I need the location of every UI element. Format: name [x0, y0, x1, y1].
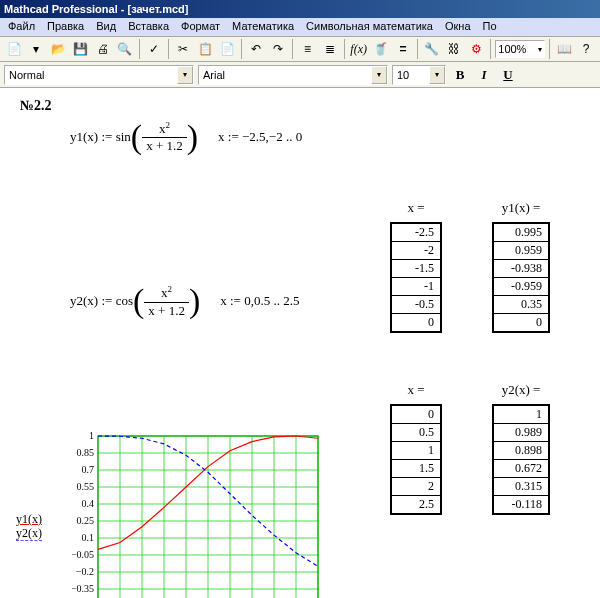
redo-icon[interactable]: ↷: [268, 38, 288, 60]
menubar: Файл Правка Вид Вставка Формат Математик…: [0, 18, 600, 36]
table-4: 1 0.989 0.898 0.672 0.315 -0.118: [492, 404, 550, 515]
help-icon[interactable]: 📖: [554, 38, 574, 60]
component-icon[interactable]: 🔧: [422, 38, 442, 60]
range-2[interactable]: x := 0,0.5 .. 2.5: [220, 293, 299, 309]
cell: 0.315: [493, 478, 549, 496]
cell: -1.5: [391, 260, 441, 278]
cell: -1: [391, 278, 441, 296]
cell: 0.898: [493, 442, 549, 460]
print-icon[interactable]: 🖨: [93, 38, 113, 60]
style-dropdown[interactable]: Normal: [4, 65, 194, 85]
fx-icon[interactable]: f(x): [349, 38, 369, 60]
main-toolbar: 📄 ▾ 📂 💾 🖨 🔍 ✓ ✂ 📋 📄 ↶ ↷ ≡ ≣ f(x) 🥤 = 🔧 ⛓…: [0, 36, 600, 62]
new-icon[interactable]: 📄: [4, 38, 24, 60]
tables-2: x = 0 0.5 1 1.5 2 2.5 y2(x) = 1 0.989 0.…: [390, 382, 550, 515]
svg-text:0.7: 0.7: [82, 464, 95, 475]
calc-icon[interactable]: =: [393, 38, 413, 60]
svg-text:0.85: 0.85: [77, 447, 95, 458]
equation-1[interactable]: y1(x) := sin(x2x + 1.2) x := −2.5,−2 .. …: [70, 120, 580, 154]
cut-icon[interactable]: ✂: [173, 38, 193, 60]
dropdown-icon[interactable]: ▾: [26, 38, 46, 60]
cell: 1: [391, 442, 441, 460]
cell: 0.5: [391, 424, 441, 442]
cell: 0.672: [493, 460, 549, 478]
cell: -2: [391, 242, 441, 260]
table-1: -2.5 -2 -1.5 -1 -0.5 0: [390, 222, 442, 333]
table-3-header: x =: [390, 382, 442, 398]
undo-icon[interactable]: ↶: [246, 38, 266, 60]
resource-icon[interactable]: ⚙: [466, 38, 486, 60]
menu-view[interactable]: Вид: [90, 18, 122, 36]
separator: [241, 39, 242, 59]
cell: -0.959: [493, 278, 549, 296]
svg-text:0.1: 0.1: [82, 532, 95, 543]
svg-text:−0.2: −0.2: [76, 566, 94, 577]
zoom-dropdown[interactable]: 100%: [495, 40, 545, 58]
separator: [344, 39, 345, 59]
cell: 0.995: [493, 223, 549, 242]
cell: 0: [391, 314, 441, 333]
svg-text:0.55: 0.55: [77, 481, 95, 492]
cell: -2.5: [391, 223, 441, 242]
plot-y-legend: y1(x) y2(x): [16, 512, 42, 541]
hyperlink-icon[interactable]: ⛓: [444, 38, 464, 60]
cell: -0.118: [493, 496, 549, 515]
cell: 1: [493, 405, 549, 424]
separator: [490, 39, 491, 59]
copy-icon[interactable]: 📋: [195, 38, 215, 60]
cell: 0.989: [493, 424, 549, 442]
cell: 1.5: [391, 460, 441, 478]
context-help-icon[interactable]: ?: [576, 38, 596, 60]
spellcheck-icon[interactable]: ✓: [144, 38, 164, 60]
svg-text:0.4: 0.4: [82, 498, 95, 509]
align2-icon[interactable]: ≣: [320, 38, 340, 60]
bold-button[interactable]: B: [450, 65, 470, 85]
xy-plot[interactable]: y1(x) y2(x) x 00.30.60.91.21.51.82.12.42…: [42, 432, 332, 598]
svg-text:0.25: 0.25: [77, 515, 95, 526]
table-2-header: y1(x) =: [492, 200, 550, 216]
paste-icon[interactable]: 📄: [217, 38, 237, 60]
menu-edit[interactable]: Правка: [41, 18, 90, 36]
svg-text:1: 1: [89, 432, 94, 441]
separator: [292, 39, 293, 59]
cell: 0.959: [493, 242, 549, 260]
table-1-header: x =: [390, 200, 442, 216]
menu-insert[interactable]: Вставка: [122, 18, 175, 36]
svg-text:−0.05: −0.05: [72, 549, 94, 560]
menu-math[interactable]: Математика: [226, 18, 300, 36]
plot-svg: 00.30.60.91.21.51.82.12.42.7310.850.70.5…: [72, 432, 322, 598]
table-3: 0 0.5 1 1.5 2 2.5: [390, 404, 442, 515]
table-2: 0.995 0.959 -0.938 -0.959 0.35 0: [492, 222, 550, 333]
menu-format[interactable]: Формат: [175, 18, 226, 36]
menu-file[interactable]: Файл: [2, 18, 41, 36]
cell: -0.938: [493, 260, 549, 278]
fontsize-dropdown[interactable]: 10: [392, 65, 446, 85]
cell: 2: [391, 478, 441, 496]
menu-help[interactable]: По: [477, 18, 503, 36]
units-icon[interactable]: 🥤: [371, 38, 391, 60]
preview-icon[interactable]: 🔍: [115, 38, 135, 60]
menu-symbolic[interactable]: Символьная математика: [300, 18, 439, 36]
separator: [549, 39, 550, 59]
italic-button[interactable]: I: [474, 65, 494, 85]
font-dropdown[interactable]: Arial: [198, 65, 388, 85]
open-icon[interactable]: 📂: [48, 38, 68, 60]
tables-1: x = -2.5 -2 -1.5 -1 -0.5 0 y1(x) = 0.995…: [390, 200, 550, 333]
menu-windows[interactable]: Окна: [439, 18, 477, 36]
document-area: №2.2 y1(x) := sin(x2x + 1.2) x := −2.5,−…: [0, 88, 600, 333]
table-4-header: y2(x) =: [492, 382, 550, 398]
separator: [417, 39, 418, 59]
cell: 0: [493, 314, 549, 333]
section-title: №2.2: [20, 98, 580, 114]
cell: 0.35: [493, 296, 549, 314]
svg-text:−0.35: −0.35: [72, 583, 94, 594]
cell: -0.5: [391, 296, 441, 314]
window-title: Mathcad Professional - [зачет.mcd]: [0, 0, 600, 18]
range-1[interactable]: x := −2.5,−2 .. 0: [218, 129, 302, 145]
save-icon[interactable]: 💾: [70, 38, 90, 60]
format-toolbar: Normal Arial 10 B I U: [0, 62, 600, 88]
cell: 2.5: [391, 496, 441, 515]
underline-button[interactable]: U: [498, 65, 518, 85]
align-icon[interactable]: ≡: [297, 38, 317, 60]
cell: 0: [391, 405, 441, 424]
